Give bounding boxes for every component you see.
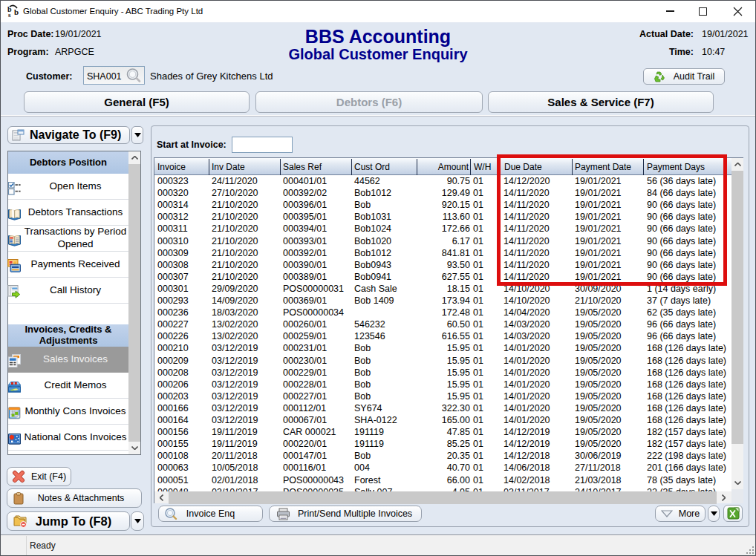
- svg-text:b: b: [14, 7, 19, 16]
- svg-text:s: s: [8, 11, 11, 18]
